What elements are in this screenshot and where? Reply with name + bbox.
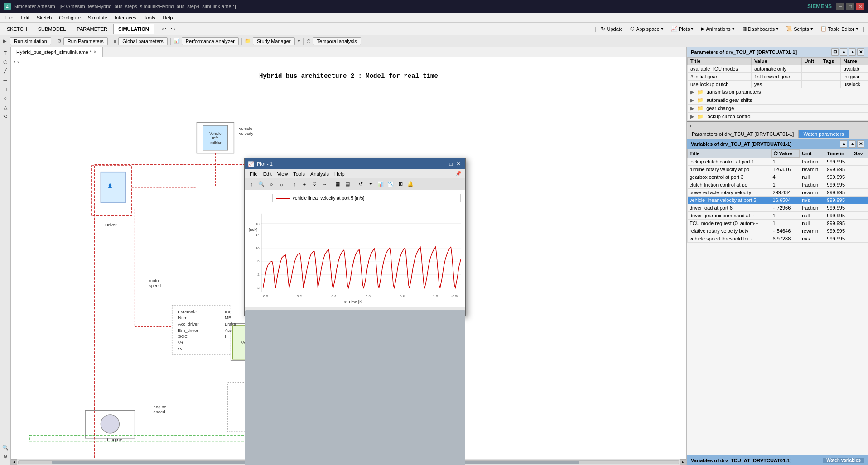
sidebar-icon-6[interactable]: ○ xyxy=(1,94,10,102)
plot-menu-analysis[interactable]: Analysis xyxy=(308,171,332,177)
table-row[interactable]: relative rotary velocity betv ···54646 r… xyxy=(688,227,868,235)
table-row[interactable]: driver gearbox command at ··· 1 null 999… xyxy=(688,211,868,219)
plot-pin-icon[interactable]: 📌 xyxy=(453,171,463,177)
table-row[interactable]: turbine rotary velocity at po 1263.16 re… xyxy=(688,165,868,173)
canvas-tab-close[interactable]: ✕ xyxy=(93,49,97,54)
plot-tool-bell[interactable]: 🔔 xyxy=(406,180,415,189)
vehicle-info-block[interactable]: Vehicle Info Builder xyxy=(197,122,234,153)
plot-tool-plus[interactable]: + xyxy=(300,180,309,189)
plot-tool-right[interactable]: → xyxy=(320,180,329,189)
params-group-gear-shifts[interactable]: ▶ 📁 automatic gear shifts xyxy=(688,96,868,105)
dashboards-button[interactable]: ▦ Dashboards ▾ xyxy=(739,25,781,33)
redo-button[interactable]: ↪ xyxy=(169,25,177,33)
plot-menu-file[interactable]: File xyxy=(247,171,260,177)
tab-submodel[interactable]: SUBMODEL xyxy=(33,24,71,34)
animations-button[interactable]: ▶ Animations ▾ xyxy=(698,25,737,33)
table-row[interactable]: gearbox control at port 3 4 null 999.995 xyxy=(688,173,868,181)
menu-configure[interactable]: Configure xyxy=(55,14,84,21)
table-row[interactable]: driver load at port 6 ···72966 fraction … xyxy=(688,204,868,211)
params-icon-1[interactable]: ⊞ xyxy=(831,48,839,56)
performance-analyzer-button[interactable]: Performance Analyzer xyxy=(182,37,239,45)
nav-back-icon[interactable]: ‹ xyxy=(14,59,15,65)
table-row[interactable]: available TCU modes automatic only avail… xyxy=(688,65,868,73)
plot-tool-updown[interactable]: ⇕ xyxy=(310,180,319,189)
params-icon-3[interactable]: ▴ xyxy=(849,48,856,56)
vars-icon-2[interactable]: ▴ xyxy=(849,140,856,148)
plot-tool-box[interactable]: ⊞ xyxy=(396,180,405,189)
plot-close-button[interactable]: ✕ xyxy=(454,161,463,167)
scripts-button[interactable]: 📜 Scripts ▾ xyxy=(783,25,816,33)
appspace-button[interactable]: ⬡ App space ▾ xyxy=(627,25,666,33)
table-editor-button[interactable]: 📋 Table Editor ▾ xyxy=(818,25,861,33)
sidebar-icon-7[interactable]: △ xyxy=(1,103,10,111)
study-manager-button[interactable]: Study Manager xyxy=(253,37,295,45)
minimize-button[interactable]: ─ xyxy=(836,3,844,10)
plot-restore-button[interactable]: □ xyxy=(448,161,454,167)
sidebar-cursor-icon[interactable]: T xyxy=(1,49,10,57)
table-row[interactable]: powered axle rotary velocity 299.434 rev… xyxy=(688,188,868,196)
plot-tool-refresh[interactable]: ↺ xyxy=(356,180,365,189)
sidebar-icon-2[interactable]: ⬡ xyxy=(1,58,10,66)
plot-menu-view[interactable]: View xyxy=(275,171,291,177)
table-row[interactable]: ▶ 📁 gear change xyxy=(688,105,868,113)
tab-simulation[interactable]: SIMULATION xyxy=(113,24,154,34)
table-row[interactable]: clutch friction control at po 1 fraction… xyxy=(688,181,868,188)
sidebar-settings-icon[interactable]: ⚙ xyxy=(1,452,10,460)
menu-simulate[interactable]: Simulate xyxy=(84,14,111,21)
sidebar-search-icon[interactable]: 🔍 xyxy=(1,443,10,451)
sidebar-icon-5[interactable]: □ xyxy=(1,85,10,93)
plot-tool-cursor[interactable]: ↕ xyxy=(247,180,256,189)
undo-button[interactable]: ↩ xyxy=(160,25,168,33)
params-icon-2[interactable]: ∧ xyxy=(840,48,847,56)
menu-edit[interactable]: Edit xyxy=(17,14,33,21)
plot-titlebar[interactable]: 📈 Plot - 1 ─ □ ✕ xyxy=(245,158,465,169)
menu-interfaces[interactable]: Interfaces xyxy=(111,14,140,21)
table-row[interactable]: ▶ 📁 lockup clutch control xyxy=(688,113,868,121)
table-row[interactable]: # initial gear 1st forward gear initgear xyxy=(688,73,868,81)
plot-tool-table[interactable]: ▤ xyxy=(343,180,352,189)
global-parameters-button[interactable]: Global parameters xyxy=(118,37,168,45)
scroll-right-arrow[interactable]: ▸ xyxy=(680,459,686,465)
params-group-lockup-clutch[interactable]: ▶ 📁 lockup clutch control xyxy=(688,113,868,121)
menu-file[interactable]: File xyxy=(2,14,17,21)
tab-sketch[interactable]: SKETCH xyxy=(2,24,32,34)
scroll-left-arrow[interactable]: ◂ xyxy=(11,459,17,465)
vars-watch-button[interactable]: Watch variables xyxy=(823,458,864,463)
vars-close-icon[interactable]: ✕ xyxy=(857,140,864,148)
plot-tool-up[interactable]: ↑ xyxy=(290,180,299,189)
table-row[interactable]: use lockup clutch yes uselock xyxy=(688,81,868,88)
close-button[interactable]: ✕ xyxy=(856,3,864,10)
plot-tool-chart[interactable]: 📊 xyxy=(376,180,385,189)
params-close-icon[interactable]: ✕ xyxy=(857,48,864,56)
menu-help[interactable]: Help xyxy=(159,14,177,21)
plot-tool-grid[interactable]: ▦ xyxy=(333,180,342,189)
table-row[interactable]: vehicle speed threshold for · 6.97288 m/… xyxy=(688,235,868,242)
plot-tool-circle[interactable]: ○ xyxy=(267,180,276,189)
temporal-analysis-button[interactable]: Temporal analysis xyxy=(313,37,361,45)
plot-menu-tools[interactable]: Tools xyxy=(290,171,308,177)
tab-parameter[interactable]: PARAMETER xyxy=(72,24,112,34)
table-row[interactable]: ▶ 📁 transmission parameters xyxy=(688,88,868,96)
vars-icon-1[interactable]: ∧ xyxy=(840,140,847,148)
nav-forward-icon[interactable]: › xyxy=(17,59,19,65)
maximize-button[interactable]: □ xyxy=(846,3,854,10)
params-group-transmission[interactable]: ▶ 📁 transmission parameters xyxy=(688,88,868,96)
sidebar-icon-8[interactable]: ⟲ xyxy=(1,112,10,120)
plot-minimize-button[interactable]: ─ xyxy=(440,161,448,167)
params-group-gear-change[interactable]: ▶ 📁 gear change xyxy=(688,105,868,113)
sidebar-icon-4[interactable]: ─ xyxy=(1,76,10,84)
watch-tab-params[interactable]: Parameters of drv_TCU_AT [DRVTCUAT01-1] xyxy=(687,130,799,138)
plot-menu-edit[interactable]: Edit xyxy=(260,171,275,177)
table-row[interactable]: lockup clutch control at port 1 1 fracti… xyxy=(688,158,868,165)
run-parameters-button[interactable]: Run Parameters xyxy=(63,37,108,45)
table-row-selected[interactable]: vehicle linear velocity at port 5 16.650… xyxy=(688,196,868,204)
sidebar-icon-3[interactable]: ╱ xyxy=(1,67,10,75)
panel-collapse-bar[interactable]: ◂ xyxy=(687,122,868,129)
update-button[interactable]: ↻ Update xyxy=(598,25,625,33)
canvas-tab-item[interactable]: Hybrid_bus_step4_simulink.ame * ✕ xyxy=(11,47,103,57)
menu-sketch[interactable]: Sketch xyxy=(33,14,56,21)
plot-tool-trend[interactable]: 📉 xyxy=(386,180,395,189)
table-row[interactable]: TCU mode request (0: autom··· 1 null 999… xyxy=(688,219,868,227)
plots-button[interactable]: 📈 Plots ▾ xyxy=(668,25,696,33)
plot-tool-zoom[interactable]: 🔍 xyxy=(257,180,266,189)
